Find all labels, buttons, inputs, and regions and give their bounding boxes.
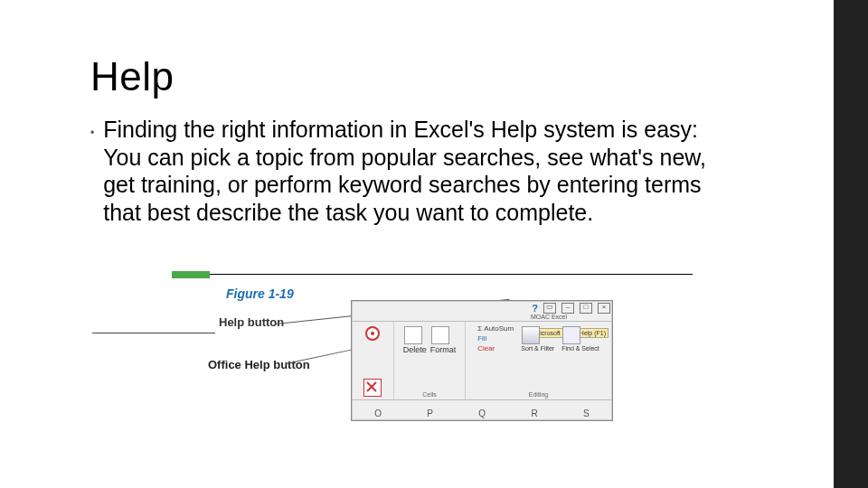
restore-icon: ▭ [543, 303, 556, 314]
col-letter: O [374, 408, 382, 418]
bullet-item: • Finding the right information in Excel… [90, 116, 741, 226]
callout-office-help-button: Office Help button [208, 358, 310, 371]
col-letter: R [531, 408, 537, 418]
minimize-icon: – [561, 303, 574, 314]
delete-icon [404, 326, 422, 344]
bullet-text: Finding the right information in Excel's… [103, 116, 741, 226]
excel-ribbon-screenshot: ↖ ? ▭ – □ × MOAC Excel Microsoft Excel H… [351, 300, 613, 421]
delete-x-icon [363, 379, 382, 397]
figure-caption: Figure 1-19 [226, 286, 294, 301]
editing-text-col: Σ AutoSum Fill Clear [477, 325, 514, 352]
sort-filter-label: Sort & Filter [521, 345, 554, 352]
col-letter: P [427, 408, 433, 418]
format-icon [431, 326, 449, 344]
column-letters-row: O P Q R S [352, 408, 612, 418]
leader-line-office [286, 348, 356, 364]
slide-title: Help [90, 54, 796, 99]
filename-label: MOAC Excel [531, 314, 567, 320]
svg-point-1 [371, 332, 374, 335]
fill-label: Fill [477, 335, 514, 343]
find-select-label: Find & Select [561, 345, 599, 352]
format-label: Format [430, 345, 457, 354]
close-icon: × [598, 303, 610, 314]
bullet-marker: • [90, 119, 94, 146]
green-accent [172, 271, 210, 278]
side-accent-bar [834, 0, 868, 488]
slide: Help • Finding the right information in … [0, 0, 868, 488]
maximize-icon: □ [580, 303, 592, 314]
editing-group: Σ AutoSum Fill Clear Sort & Filter Find … [466, 322, 612, 399]
autosum-label: Σ AutoSum [477, 325, 514, 333]
ribbon-body: Delete Format Cells Σ AutoSum Fill Clear [352, 321, 612, 400]
clear-label: Clear [477, 345, 514, 353]
delete-label: Delete [403, 345, 427, 354]
help-icon: ? [532, 303, 538, 314]
col-letter: S [583, 408, 590, 418]
cells-group-label: Cells [422, 391, 437, 398]
col-letter: Q [478, 408, 486, 418]
window-controls: ? ▭ – □ × [532, 303, 610, 314]
sort-filter-icon [522, 326, 540, 344]
short-divider [92, 333, 215, 333]
divider-line [210, 274, 693, 275]
find-select-icon [562, 326, 580, 344]
office-help-icon [364, 325, 381, 342]
callout-help-button: Help button [219, 315, 284, 329]
cells-group: Delete Format Cells [394, 322, 466, 399]
editing-group-label: Editing [529, 391, 548, 398]
office-help-group [352, 322, 394, 399]
